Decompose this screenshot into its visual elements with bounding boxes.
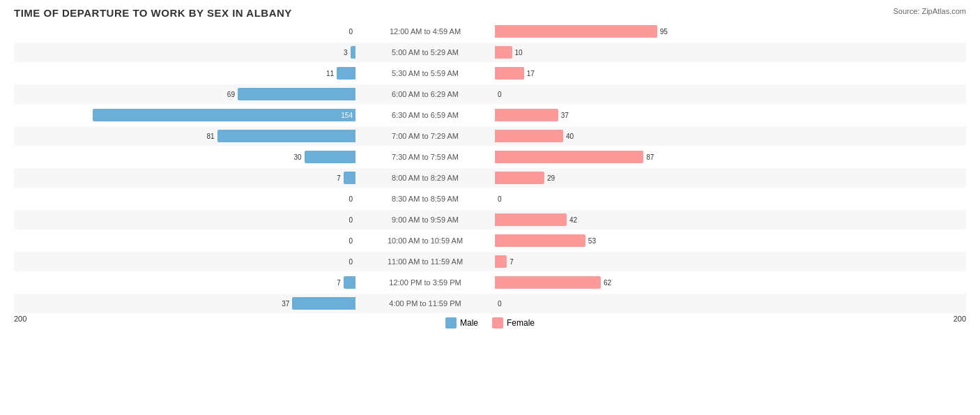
female-value: 29 — [547, 174, 555, 182]
female-value: 0 — [498, 91, 502, 98]
bar-female — [495, 276, 601, 289]
male-value: 7 — [337, 174, 341, 182]
time-label: 8:30 AM to 8:59 AM — [355, 195, 495, 203]
female-value: 40 — [566, 133, 574, 140]
bar-male — [344, 276, 355, 289]
table-row: 712:00 PM to 3:59 PM62 — [14, 273, 966, 292]
bar-male — [351, 46, 355, 59]
axis-right-label: 200 — [954, 315, 966, 329]
chart-body: 012:00 AM to 4:59 AM9535:00 AM to 5:29 A… — [14, 22, 966, 313]
male-value: 154 — [341, 112, 353, 119]
time-label: 7:00 AM to 7:29 AM — [355, 132, 495, 140]
bar-male — [292, 297, 355, 310]
legend-male: Male — [445, 317, 478, 329]
bar-male — [344, 172, 355, 184]
table-row: 817:00 AM to 7:29 AM40 — [14, 126, 966, 146]
male-value: 0 — [349, 258, 353, 266]
legend-male-label: Male — [460, 318, 478, 328]
male-value: 69 — [227, 91, 235, 98]
time-label: 12:00 AM to 4:59 AM — [355, 27, 495, 36]
source-text: Source: ZipAtlas.com — [893, 7, 966, 15]
female-value: 53 — [588, 237, 596, 245]
legend: Male Female — [445, 317, 535, 329]
table-row: 78:00 AM to 8:29 AM29 — [14, 168, 966, 188]
female-value: 37 — [561, 112, 569, 119]
legend-male-box — [445, 317, 457, 329]
table-row: 011:00 AM to 11:59 AM7 — [14, 252, 966, 271]
female-value: 42 — [569, 216, 577, 224]
table-row: 374:00 PM to 11:59 PM0 — [14, 294, 966, 313]
bar-female — [495, 46, 512, 59]
male-value: 7 — [337, 279, 341, 287]
bar-female — [495, 109, 558, 121]
male-value: 11 — [326, 70, 334, 77]
bar-male — [93, 109, 355, 121]
time-label: 8:00 AM to 8:29 AM — [355, 174, 495, 182]
table-row: 010:00 AM to 10:59 AM53 — [14, 231, 966, 250]
chart-container: TIME OF DEPARTURE TO WORK BY SEX IN ALBA… — [0, 0, 980, 415]
table-row: 08:30 AM to 8:59 AM0 — [14, 189, 966, 209]
bar-male — [238, 88, 355, 100]
male-value: 30 — [293, 153, 301, 161]
time-label: 10:00 AM to 10:59 AM — [355, 236, 495, 245]
bar-female — [495, 25, 657, 38]
time-label: 9:00 AM to 9:59 AM — [355, 216, 495, 224]
bar-female — [495, 67, 524, 80]
legend-female: Female — [492, 317, 535, 329]
table-row: 307:30 AM to 7:59 AM87 — [14, 147, 966, 167]
table-row: 1546:30 AM to 6:59 AM37 — [14, 105, 966, 125]
table-row: 696:00 AM to 6:29 AM0 — [14, 84, 966, 104]
time-label: 12:00 PM to 3:59 PM — [355, 278, 495, 287]
male-value: 37 — [282, 300, 289, 308]
male-value: 0 — [349, 195, 353, 203]
table-row: 115:30 AM to 5:59 AM17 — [14, 63, 966, 83]
table-row: 09:00 AM to 9:59 AM42 — [14, 210, 966, 229]
male-value: 0 — [349, 28, 353, 36]
female-value: 87 — [646, 153, 654, 161]
female-value: 95 — [660, 28, 668, 36]
table-row: 35:00 AM to 5:29 AM10 — [14, 43, 966, 62]
time-label: 6:00 AM to 6:29 AM — [355, 90, 495, 98]
time-label: 6:30 AM to 6:59 AM — [355, 111, 495, 119]
bar-female — [495, 172, 544, 184]
male-value: 0 — [349, 237, 353, 245]
male-value: 0 — [349, 216, 353, 224]
legend-female-box — [492, 317, 503, 329]
legend-female-label: Female — [507, 318, 535, 328]
female-value: 0 — [498, 195, 502, 203]
female-value: 0 — [498, 300, 502, 308]
chart-title: TIME OF DEPARTURE TO WORK BY SEX IN ALBA… — [14, 7, 966, 19]
bar-female — [495, 130, 563, 142]
bar-male — [217, 130, 355, 142]
female-value: 10 — [515, 49, 523, 56]
time-label: 11:00 AM to 11:59 AM — [355, 257, 495, 266]
bar-female — [495, 151, 643, 163]
time-label: 5:00 AM to 5:29 AM — [355, 48, 495, 56]
female-value: 17 — [527, 70, 535, 77]
time-label: 7:30 AM to 7:59 AM — [355, 153, 495, 161]
female-value: 62 — [604, 279, 611, 287]
time-label: 5:30 AM to 5:59 AM — [355, 69, 495, 77]
male-value: 3 — [344, 49, 348, 56]
axis-left-label: 200 — [14, 315, 26, 329]
table-row: 012:00 AM to 4:59 AM95 — [14, 22, 966, 41]
bar-male — [337, 67, 355, 80]
bar-female — [495, 213, 567, 226]
male-value: 81 — [206, 133, 214, 140]
bar-female — [495, 255, 507, 268]
female-value: 7 — [510, 258, 514, 266]
bar-male — [305, 151, 356, 163]
bar-female — [495, 234, 585, 247]
time-label: 4:00 PM to 11:59 PM — [355, 299, 495, 308]
